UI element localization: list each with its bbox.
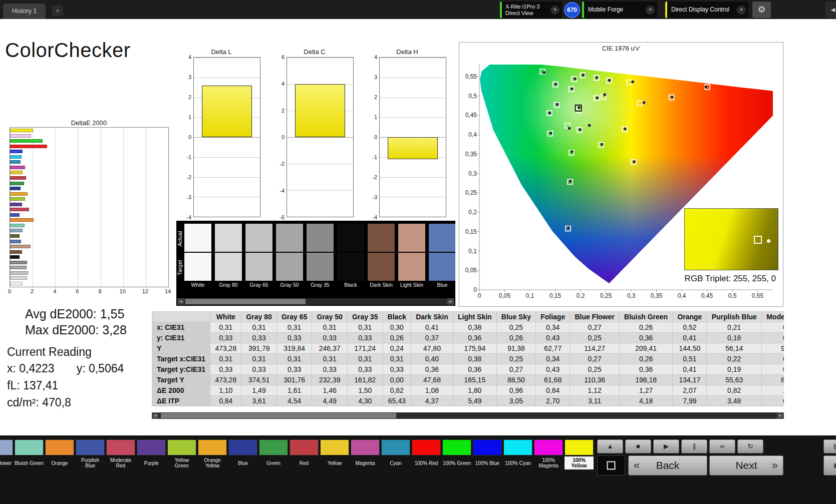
patch-button-100-magenta[interactable]: 100% Magenta	[534, 439, 563, 469]
swatch-strip-scrollbar[interactable]: ◄ ►	[177, 298, 454, 305]
patch-button-yellow[interactable]: Yellow	[320, 439, 349, 469]
patch-button-100-yellow[interactable]: 100% Yellow	[565, 439, 594, 469]
column-header: Dark Skin	[411, 312, 453, 322]
scroll-right-icon[interactable]: ►	[777, 412, 784, 419]
scroll-right-icon[interactable]: ►	[447, 298, 454, 305]
patch-label: Yellow Green	[167, 456, 196, 469]
patch-swatch	[503, 439, 532, 455]
chevron-down-icon[interactable]: ▼	[737, 6, 746, 15]
table-cell: 65,43	[383, 396, 411, 406]
next-button[interactable]: Next »	[709, 455, 783, 475]
patch-swatch	[412, 439, 441, 455]
add-tab-button[interactable]: +	[52, 5, 63, 16]
deltae-bar	[10, 134, 31, 138]
repeat-button[interactable]: ↻	[737, 439, 763, 453]
patch-swatch	[381, 439, 410, 455]
table-cell: 0,31	[312, 322, 348, 333]
patch-button-blue[interactable]: Blue	[228, 439, 257, 469]
patch-button-orange[interactable]: Orange	[45, 439, 74, 469]
table-cell: 0,33	[276, 364, 312, 375]
table-cell: 0,51	[673, 354, 707, 364]
table-cell: 0,33	[241, 333, 277, 343]
patch-button-moderate-red[interactable]: Moderate Red	[106, 439, 135, 469]
patch-button-yellow-green[interactable]: Yellow Green	[167, 439, 196, 469]
scrollbar-thumb[interactable]	[161, 413, 396, 418]
patch-button-green[interactable]: Green	[259, 439, 288, 469]
patch-button-red[interactable]: Red	[290, 439, 319, 469]
scroll-left-icon[interactable]: ◄	[177, 298, 184, 305]
back-button[interactable]: « Back	[628, 455, 707, 475]
stop-pattern-button[interactable]	[597, 455, 625, 475]
gridline	[380, 58, 446, 58]
table-cell: 209,41	[619, 343, 672, 354]
patch-button-100-red[interactable]: 100% Red	[412, 439, 441, 469]
table-cell: 3,48	[707, 396, 762, 406]
scrollbar-thumb[interactable]	[185, 299, 306, 304]
patch-label: Moderate Red	[106, 456, 135, 469]
table-scrollbar[interactable]: ◄ ►	[152, 412, 784, 419]
play-button[interactable]: ▶	[653, 439, 679, 453]
patch-button-cyan[interactable]: Cyan	[381, 439, 410, 469]
display-control-label: Direct Display Control	[665, 2, 748, 18]
chevron-down-icon[interactable]: ▼	[550, 6, 560, 15]
patch-button-100-blue[interactable]: 100% Blue	[473, 439, 502, 469]
scroll-left-icon[interactable]: ◄	[152, 412, 159, 419]
table-cell: 0,31	[383, 354, 411, 364]
pause-button[interactable]: ∥	[681, 439, 707, 453]
gridline	[33, 128, 33, 287]
table-cell: 0,31	[347, 322, 383, 333]
delta-c-title: Delta C	[274, 48, 355, 56]
svg-text:0,5: 0,5	[728, 292, 737, 299]
patch-button-purple[interactable]: Purple	[137, 439, 166, 469]
table-cell: 0,33	[312, 333, 348, 343]
patch-swatch	[534, 439, 563, 455]
tab-history-1[interactable]: History 1	[3, 4, 46, 19]
table-cell: 1,08	[411, 385, 453, 396]
patch-button-bluish-green[interactable]: Bluish Green	[15, 439, 44, 469]
patch-button-magenta[interactable]: Magenta	[351, 439, 380, 469]
gridline	[287, 190, 353, 191]
patch-label: Blue	[228, 456, 257, 469]
column-header: Orange	[673, 312, 707, 322]
gridline	[194, 197, 260, 197]
stop-button[interactable]: ■	[625, 439, 651, 453]
patch-button-orange-yellow[interactable]: Orange Yellow	[198, 439, 227, 469]
display-control-dropdown[interactable]: Direct Display Control ▼	[665, 2, 748, 18]
svg-text:0,4: 0,4	[468, 131, 477, 138]
source-dropdown[interactable]: Mobile Forge ▼	[582, 2, 657, 18]
patch-button-blue-flower[interactable]: Blue Flower	[0, 439, 13, 469]
x-tick-label: 8	[99, 288, 102, 294]
table-cell: 1,68	[762, 385, 784, 396]
x-tick-label: 2	[31, 288, 34, 294]
y-tick-label: -1	[372, 154, 377, 160]
loop-infinite-button[interactable]: ∞	[709, 439, 735, 453]
table-cell: 0,43	[536, 364, 570, 375]
measured-point	[548, 111, 551, 114]
delta-bar	[202, 86, 252, 137]
eject-button[interactable]: ▲	[597, 439, 623, 453]
patch-button-100-cyan[interactable]: 100% Cyan	[503, 439, 532, 469]
measured-point	[631, 80, 634, 83]
pattern-window-button[interactable]: ▤	[823, 439, 836, 453]
deltae-bar	[10, 218, 34, 222]
collapse-panel-icon[interactable]: ◀	[825, 2, 836, 18]
measured-point	[704, 85, 707, 88]
back-button-label: Back	[656, 459, 680, 471]
patch-button-purplish-blue[interactable]: Purplish Blue	[76, 439, 105, 469]
patch-swatch	[76, 439, 105, 455]
x-tick-label: 14	[165, 288, 171, 294]
patch-button-100-green[interactable]: 100% Green	[442, 439, 471, 469]
x-tick-label: 0	[8, 288, 11, 294]
delta-h-chart: Delta H 43210-1-2-3-4	[367, 48, 447, 217]
swatch-label: Gray 80	[215, 282, 242, 288]
meter-dropdown[interactable]: X-Rite i1Pro 3 Direct View ▼	[500, 2, 562, 18]
table-row: ΔE ITP0,843,614,544,494,3065,434,375,493…	[152, 396, 784, 406]
table-cell: 0,31	[241, 322, 277, 333]
gridline	[287, 58, 353, 58]
chevron-down-icon[interactable]: ▼	[646, 6, 655, 15]
y-tick-label: 4	[282, 81, 285, 87]
current-target-marker	[754, 236, 762, 244]
pattern-display-button[interactable]: ▣	[823, 455, 836, 475]
gear-icon[interactable]: ⚙	[752, 2, 771, 18]
y-tick-label: 6	[282, 54, 285, 60]
